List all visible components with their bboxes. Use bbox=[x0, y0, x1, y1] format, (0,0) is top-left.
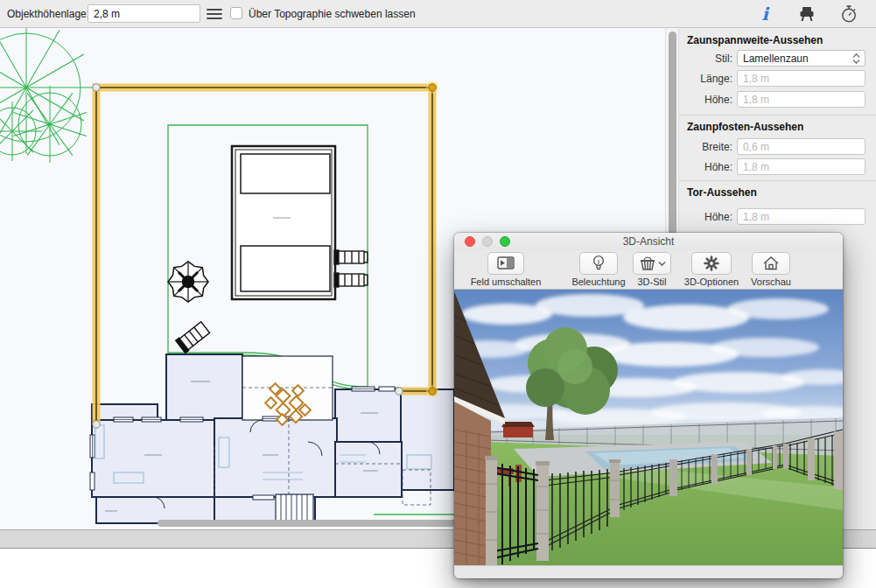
gate-height-label: Höhe: bbox=[682, 211, 732, 223]
3d-style-label: 3D-Stil bbox=[633, 276, 671, 287]
toggle-field-button[interactable] bbox=[487, 252, 524, 275]
3d-render-viewport[interactable] bbox=[454, 290, 843, 565]
3d-window-toolbar: Feld umschalten Beleuchtung bbox=[454, 250, 843, 290]
basket-icon bbox=[634, 253, 670, 274]
span-height-label: Höhe: bbox=[682, 94, 732, 106]
info-icon[interactable]: i bbox=[753, 3, 776, 25]
minimize-button[interactable] bbox=[482, 236, 493, 247]
top-toolbar: Objekthöhenlage: Über Topographie schweb… bbox=[0, 0, 876, 28]
style-label: Stil: bbox=[682, 52, 732, 65]
section-title-fence-post: Zaunpfosten-Aussehen bbox=[687, 121, 803, 133]
zoom-button[interactable] bbox=[500, 236, 510, 247]
object-height-input[interactable] bbox=[88, 4, 200, 23]
toggle-field-label: Feld umschalten bbox=[468, 276, 543, 287]
fence-style-value: Lamellenzaun bbox=[743, 52, 809, 65]
fence-height-input[interactable] bbox=[737, 91, 865, 108]
house-icon bbox=[753, 253, 789, 274]
3d-window-titlebar[interactable]: 3D-Ansicht bbox=[454, 233, 843, 250]
pool-symbol bbox=[232, 146, 335, 299]
hamburger-icon[interactable] bbox=[207, 8, 222, 20]
close-button[interactable] bbox=[465, 236, 475, 247]
stepper-chevrons-icon bbox=[851, 52, 861, 65]
rotated-lounger-symbol bbox=[176, 321, 210, 353]
post-height-input[interactable] bbox=[737, 158, 865, 175]
furniture-icon[interactable] bbox=[795, 3, 818, 25]
house-floor-plan bbox=[90, 354, 454, 523]
lighting-button[interactable] bbox=[579, 252, 618, 275]
svg-text:i: i bbox=[761, 4, 770, 24]
gear-icon bbox=[692, 253, 731, 274]
lightbulb-icon bbox=[580, 253, 617, 274]
post-width-label: Breite: bbox=[682, 141, 732, 153]
section-title-fence-span: Zaunspannweite-Aussehen bbox=[687, 34, 823, 46]
preview-button[interactable] bbox=[752, 252, 790, 275]
3d-options-button[interactable] bbox=[691, 252, 732, 275]
parasol-symbol bbox=[168, 262, 208, 302]
preview-label: Vorschau bbox=[746, 276, 795, 287]
fence-style-select[interactable]: Lamellenzaun bbox=[737, 50, 865, 66]
chevron-down-icon bbox=[659, 262, 665, 266]
tree-symbols bbox=[0, 28, 93, 163]
3d-scene bbox=[454, 290, 843, 565]
stopwatch-icon[interactable] bbox=[837, 3, 860, 25]
section-title-gate: Tor-Aussehen bbox=[687, 186, 757, 199]
3d-view-window: 3D-Ansicht Feld umschalten Be bbox=[454, 233, 843, 578]
object-height-label: Objekthöhenlage: bbox=[7, 8, 89, 20]
post-height-label: Höhe: bbox=[682, 161, 732, 173]
3d-style-button[interactable] bbox=[633, 252, 671, 275]
panel-toggle-icon bbox=[488, 253, 523, 274]
fence-length-input[interactable] bbox=[737, 70, 865, 87]
post-width-input[interactable] bbox=[737, 138, 865, 155]
topography-checkbox[interactable] bbox=[230, 7, 242, 19]
3d-options-label: 3D-Optionen bbox=[678, 276, 745, 287]
3d-window-footer bbox=[454, 565, 843, 578]
lounger-symbols bbox=[334, 250, 368, 287]
lighting-label: Beleuchtung bbox=[568, 276, 629, 287]
topography-checkbox-label: Über Topographie schweben lassen bbox=[249, 8, 416, 20]
length-label: Länge: bbox=[682, 73, 732, 85]
gate-height-input[interactable] bbox=[737, 208, 865, 225]
distant-shed bbox=[503, 426, 533, 438]
